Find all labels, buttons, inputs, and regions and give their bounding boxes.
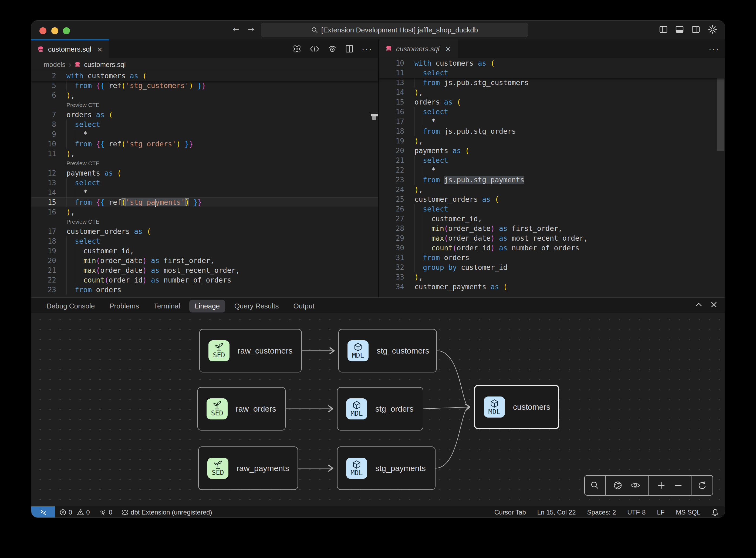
ports-status[interactable]: 0: [99, 509, 112, 516]
indent-guide: [423, 165, 423, 175]
code-line: 21 max(order_date) as most_recent_order,: [31, 265, 378, 275]
statusbar-item-spaces-2[interactable]: Spaces: 2: [587, 509, 616, 516]
dbt-power-user-icon[interactable]: [292, 44, 302, 53]
statusbar-item-cursor-tab[interactable]: Cursor Tab: [494, 509, 526, 516]
tab-customers-sql-left[interactable]: customers.sql ×: [31, 40, 109, 58]
code-line: 19 customer_id,: [31, 246, 378, 256]
editor-tabbar-right: customers.sql × ···: [379, 40, 725, 58]
zoom-out-icon[interactable]: [674, 481, 682, 490]
panel-tabbar: Debug ConsoleProblemsTerminalLineageQuer…: [41, 300, 320, 312]
panel-tab-query-results[interactable]: Query Results: [229, 300, 284, 312]
line-number: 33: [379, 272, 404, 282]
indent-guide: [67, 188, 67, 198]
codelens-row[interactable]: Preview CTE: [31, 158, 378, 168]
line-number: 6: [31, 91, 56, 100]
remote-indicator[interactable]: [31, 506, 55, 518]
open-preview-eye-icon[interactable]: [328, 45, 337, 53]
lineage-node-stg_payments[interactable]: MDLstg_payments: [337, 447, 436, 490]
code-line: 12payments as (: [31, 168, 378, 178]
more-actions-icon[interactable]: ···: [362, 44, 372, 54]
panel-tab-problems[interactable]: Problems: [104, 300, 145, 312]
code-line: 22 *: [379, 165, 725, 175]
statusbar-item-lf[interactable]: LF: [657, 509, 664, 516]
lineage-node-stg_orders[interactable]: MDLstg_orders: [337, 387, 423, 431]
code-compile-icon[interactable]: [310, 45, 319, 53]
tab-customers-sql-right[interactable]: customers.sql ×: [379, 40, 458, 58]
statusbar-item-ms-sql[interactable]: MS SQL: [676, 509, 700, 516]
codelens-row[interactable]: Preview CTE: [31, 217, 378, 227]
split-editor-icon[interactable]: [345, 45, 354, 53]
indent-guide: [414, 107, 415, 117]
indent-guide: [414, 78, 415, 87]
indent-guide: [67, 120, 67, 129]
sticky-scroll[interactable]: 2with customers as (: [31, 71, 378, 81]
tab-close-icon[interactable]: ×: [445, 45, 450, 53]
panel-tab-terminal[interactable]: Terminal: [148, 300, 185, 312]
forward-arrow-icon[interactable]: →: [246, 22, 256, 33]
toggle-panel-icon[interactable]: [675, 25, 684, 34]
code-line: 14 *: [31, 188, 378, 198]
status-bar: 0 0 0 dbt Extensi: [31, 506, 725, 518]
lineage-node-customers[interactable]: MDLcustomers: [474, 385, 559, 429]
lineage-node-raw_orders[interactable]: SEDraw_orders: [198, 387, 286, 431]
macos-close-button[interactable]: [40, 27, 47, 34]
compiled-editor[interactable]: 10with customers as (11 select13 from js…: [379, 58, 725, 297]
seed-badge: SED: [207, 458, 228, 479]
sticky-scroll[interactable]: 10with customers as (11 select: [379, 58, 725, 78]
panel-tab-debug-console[interactable]: Debug Console: [41, 300, 100, 312]
model-badge: MDL: [346, 398, 367, 420]
indent-guide: [67, 246, 67, 256]
line-number: 11: [31, 149, 56, 158]
line-number: 10: [379, 58, 404, 68]
bottom-panel: Debug ConsoleProblemsTerminalLineageQuer…: [31, 297, 725, 506]
macos-maximize-button[interactable]: [63, 27, 70, 34]
maximize-panel-chevron-icon[interactable]: [695, 301, 703, 308]
source-editor[interactable]: 2with customers as (5 from {{ ref('stg_c…: [31, 71, 378, 297]
line-number: 14: [379, 87, 404, 97]
model-badge: MDL: [484, 397, 505, 417]
badge-label: MDL: [488, 408, 500, 416]
lineage-aperture-icon[interactable]: [613, 481, 623, 490]
more-actions-icon[interactable]: ···: [708, 44, 719, 54]
line-number: 32: [379, 262, 404, 272]
codelens-row[interactable]: Preview CTE: [31, 100, 378, 110]
lineage-node-stg_customers[interactable]: MDLstg_customers: [338, 329, 437, 373]
notifications-bell-icon[interactable]: [712, 509, 719, 516]
panel-tab-output[interactable]: Output: [288, 300, 320, 312]
back-arrow-icon[interactable]: ←: [231, 22, 241, 33]
zoom-in-icon[interactable]: [657, 481, 666, 490]
tab-close-icon[interactable]: ×: [97, 45, 102, 54]
lineage-node-raw_customers[interactable]: SEDraw_customers: [199, 329, 302, 373]
statusbar-item-utf-8[interactable]: UTF-8: [627, 509, 646, 516]
indent-guide: [67, 236, 67, 246]
indent-guide: [67, 129, 67, 139]
statusbar-item-ln-15-col-22[interactable]: Ln 15, Col 22: [537, 509, 576, 516]
lineage-canvas[interactable]: SEDraw_customers MDLstg_customers SEDraw…: [31, 313, 725, 506]
code-line: 16 select: [379, 107, 725, 117]
dbt-extension-status[interactable]: dbt Extension (unregistered): [122, 509, 212, 516]
code-line: 7orders as (: [31, 110, 378, 120]
lineage-node-raw_payments[interactable]: SEDraw_payments: [198, 447, 298, 490]
node-label: stg_orders: [375, 404, 414, 413]
lineage-search-icon[interactable]: [590, 481, 599, 490]
line-number: 22: [31, 275, 56, 285]
badge-label: MDL: [350, 409, 363, 417]
indent-guide: [67, 265, 67, 275]
lineage-eye-icon[interactable]: [630, 481, 641, 489]
line-number: 31: [379, 253, 404, 262]
close-panel-icon[interactable]: [710, 301, 718, 308]
toggle-sidebar-icon[interactable]: [659, 25, 668, 34]
node-label: raw_orders: [236, 404, 276, 413]
toggle-secondary-sidebar-icon[interactable]: [691, 25, 700, 34]
refresh-icon[interactable]: [697, 481, 707, 490]
code-line: 15orders as (: [379, 97, 725, 107]
settings-gear-icon[interactable]: [707, 24, 718, 34]
problems-status[interactable]: 0 0: [59, 509, 90, 516]
line-number: 2: [31, 71, 56, 81]
macos-minimize-button[interactable]: [51, 27, 58, 34]
breadcrumb[interactable]: models › customers.sql: [31, 58, 378, 71]
command-center[interactable]: [Extension Development Host] jaffle_shop…: [261, 23, 528, 37]
line-number: 13: [379, 78, 404, 87]
panel-tab-lineage[interactable]: Lineage: [189, 300, 225, 312]
line-number: [31, 217, 56, 227]
